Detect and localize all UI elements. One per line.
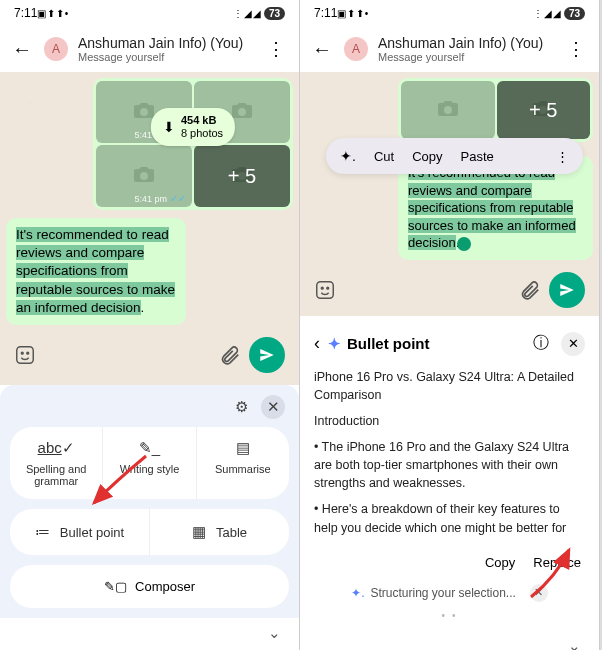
more-count-overlay: + 5 (497, 81, 591, 139)
ai-result-panel: ‹ ✦Bullet point ⓘ ✕ iPhone 16 Pro vs. Ga… (300, 316, 599, 631)
header-text-block[interactable]: Anshuman Jain Info) (You) Message yourse… (378, 35, 553, 63)
camera-icon (129, 162, 159, 190)
input-bar (6, 331, 293, 379)
menu-more-icon[interactable]: ⋮ (556, 149, 569, 164)
result-back-icon[interactable]: ‹ (314, 333, 320, 354)
download-badge[interactable]: ⬇ 454 kB 8 photos (151, 108, 235, 146)
menu-paste[interactable]: Paste (460, 149, 493, 164)
media-count: 8 photos (181, 127, 223, 140)
media-message[interactable]: + 5 (398, 78, 593, 142)
table-icon: ▦ (192, 523, 206, 541)
svg-rect-0 (17, 347, 34, 364)
attach-icon[interactable] (219, 344, 241, 366)
back-button[interactable]: ← (10, 36, 34, 63)
more-menu-icon[interactable]: ⋮ (563, 34, 589, 64)
result-intro-label: Introduction (314, 412, 585, 430)
send-button[interactable] (249, 337, 285, 373)
ai-sparkle-icon[interactable]: ✦. (340, 148, 356, 164)
abc-icon: abc✓ (38, 439, 75, 457)
result-heading: iPhone 16 Pro vs. Galaxy S24 Ultra: A De… (314, 368, 585, 404)
tool-summarise[interactable]: ▤Summarise (197, 427, 289, 499)
sticker-icon[interactable] (314, 279, 336, 301)
battery-pill: 73 (564, 7, 585, 20)
more-menu-icon[interactable]: ⋮ (263, 34, 289, 64)
structuring-status: ✦. Structuring your selection... ✕ (314, 576, 585, 610)
tool-spelling[interactable]: abc✓Spelling and grammar (10, 427, 103, 499)
media-thumb[interactable] (401, 81, 495, 139)
selected-text: It's recommended to read reviews and com… (16, 227, 175, 315)
chat-subtitle: Message yourself (378, 51, 553, 63)
sparkle-icon: ✦ (328, 335, 341, 353)
media-time: 5:41 pm✓✓ (134, 193, 186, 204)
media-thumb[interactable]: 5:41 pm✓✓ (96, 145, 192, 207)
status-bar: 7:11 ▣ ⬆ ⬆ • ⋮ ◢ ◢ 73 (0, 0, 299, 26)
gear-icon[interactable]: ⚙ (229, 395, 253, 419)
svg-rect-3 (317, 281, 334, 298)
send-button[interactable] (549, 272, 585, 308)
tool-writing-style[interactable]: ✎_Writing style (103, 427, 196, 499)
media-thumb-more[interactable]: + 5 (194, 145, 290, 207)
chat-title: Anshuman Jain Info) (You) (378, 35, 553, 51)
chat-area: + 5 ✦. Cut Copy Paste ⋮ It's recommended… (300, 72, 599, 316)
pen-icon: ✎_ (139, 439, 160, 457)
media-size: 454 kB (181, 114, 223, 127)
svg-point-5 (327, 287, 329, 289)
collapse-chevron-icon[interactable]: ⌄ (0, 618, 299, 648)
media-message[interactable]: 5:41 pm✓✓ 5:41 pm✓✓ + 5 ⬇ 454 kB 8 photo… (93, 78, 293, 210)
avatar[interactable]: A (344, 37, 368, 61)
status-bar: 7:11 ▣ ⬆ ⬆ • ⋮ ◢ ◢ 73 (300, 0, 599, 26)
read-tick-icon: ✓✓ (170, 193, 186, 204)
close-icon[interactable]: ✕ (561, 332, 585, 356)
tool-composer[interactable]: ✎▢Composer (10, 565, 289, 608)
result-body: iPhone 16 Pro vs. Galaxy S24 Ultra: A De… (314, 368, 585, 537)
media-thumb-more[interactable]: + 5 (497, 81, 591, 139)
cancel-structuring-icon[interactable]: ✕ (530, 584, 548, 602)
status-signal-icons: ⋮ ◢ ◢ (233, 8, 260, 19)
chat-header: ← A Anshuman Jain Info) (You) Message yo… (0, 26, 299, 72)
avatar[interactable]: A (44, 37, 68, 61)
sparkle-icon: ✦. (351, 586, 364, 600)
svg-point-4 (321, 287, 323, 289)
selection-handle-icon[interactable] (457, 237, 471, 251)
header-text-block[interactable]: Anshuman Jain Info) (You) Message yourse… (78, 35, 253, 63)
status-time: 7:11 (14, 6, 37, 20)
list-icon: ≔ (35, 523, 50, 541)
selected-text: It's recommended to read reviews and com… (408, 165, 576, 250)
result-bullet: • Here's a breakdown of their key featur… (314, 500, 585, 536)
page-dots: • • (314, 610, 585, 621)
attach-icon[interactable] (519, 279, 541, 301)
text-context-menu: ✦. Cut Copy Paste ⋮ (326, 138, 583, 174)
chat-title: Anshuman Jain Info) (You) (78, 35, 253, 51)
copy-button[interactable]: Copy (485, 555, 515, 570)
collapse-chevron-icon[interactable]: ⌄ (300, 631, 599, 650)
svg-point-2 (27, 352, 29, 354)
status-left-icons: ▣ ⬆ ⬆ • (337, 8, 367, 19)
ai-tools-panel: ⚙ ✕ abc✓Spelling and grammar ✎_Writing s… (0, 385, 299, 618)
download-icon: ⬇ (163, 119, 175, 135)
summarise-icon: ▤ (236, 439, 250, 457)
result-bullet: • The iPhone 16 Pro and the Galaxy S24 U… (314, 438, 585, 492)
camera-icon (433, 96, 463, 124)
close-icon[interactable]: ✕ (261, 395, 285, 419)
back-button[interactable]: ← (310, 36, 334, 63)
input-bar (306, 266, 593, 314)
message-bubble[interactable]: It's recommended to read reviews and com… (6, 218, 186, 325)
status-left-icons: ▣ ⬆ ⬆ • (37, 8, 67, 19)
info-icon[interactable]: ⓘ (529, 332, 553, 356)
status-signal-icons: ⋮ ◢ ◢ (533, 8, 560, 19)
battery-pill: 73 (264, 7, 285, 20)
chat-header: ← A Anshuman Jain Info) (You) Message yo… (300, 26, 599, 72)
tool-table[interactable]: ▦Table (150, 509, 289, 555)
composer-icon: ✎▢ (104, 579, 127, 594)
chat-subtitle: Message yourself (78, 51, 253, 63)
replace-button[interactable]: Replace (533, 555, 581, 570)
chat-area: 5:41 pm✓✓ 5:41 pm✓✓ + 5 ⬇ 454 kB 8 photo… (0, 72, 299, 385)
sticker-icon[interactable] (14, 344, 36, 366)
message-tail: . (141, 300, 145, 315)
menu-cut[interactable]: Cut (374, 149, 394, 164)
tool-bullet-point[interactable]: ≔Bullet point (10, 509, 150, 555)
svg-point-1 (21, 352, 23, 354)
status-time: 7:11 (314, 6, 337, 20)
result-title: ✦Bullet point (328, 335, 521, 353)
menu-copy[interactable]: Copy (412, 149, 442, 164)
